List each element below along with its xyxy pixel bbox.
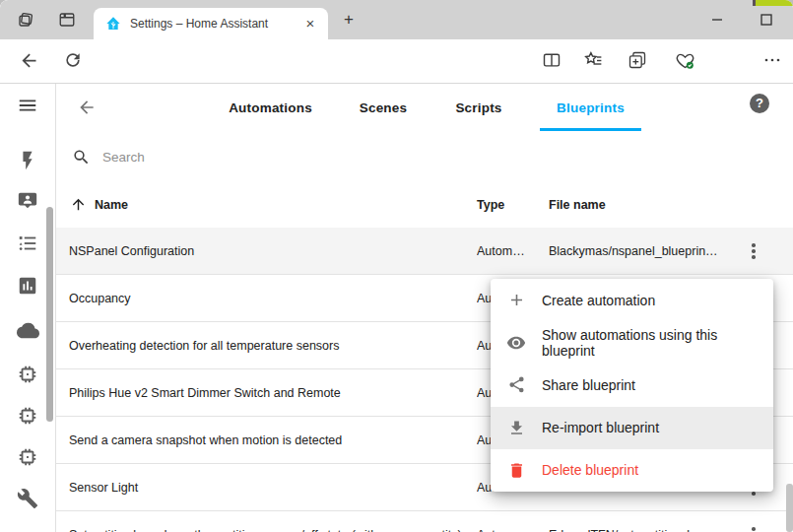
cloud-icon[interactable] (17, 319, 39, 342)
menu-item-create-automation[interactable]: Create automation (491, 279, 773, 321)
row-name: Send a camera snapshot when motion is de… (69, 433, 468, 447)
refresh-icon[interactable] (63, 50, 83, 70)
energy-bolt-icon[interactable] (17, 150, 38, 171)
menu-item-reimport-blueprint[interactable]: Re-import blueprint (491, 407, 773, 449)
menu-item-label: Share blueprint (542, 377, 635, 393)
ha-config-header: Automations Scenes Scripts Blueprints (56, 84, 793, 132)
tab-close-icon[interactable]: × (301, 15, 319, 33)
browser-toolbar: Not secure homeassistant.local :8123/... (0, 39, 793, 84)
row-name: NSPanel Configuration (69, 244, 468, 258)
search-bar (56, 131, 793, 184)
back-icon[interactable] (19, 50, 39, 71)
collections-favorites-icon[interactable] (583, 50, 604, 71)
browser-essentials-icon[interactable] (675, 50, 695, 71)
help-icon[interactable]: ? (750, 94, 769, 113)
plus-icon (506, 291, 526, 309)
row-name: Sensor Light (69, 481, 468, 495)
history-chart-icon[interactable] (17, 275, 38, 297)
tab-blueprints[interactable]: Blueprints (540, 84, 641, 131)
row-type: Autom… (477, 528, 528, 532)
browser-titlebar: Settings – Home Assistant × + (0, 0, 793, 39)
background-window-strip (756, 0, 793, 6)
row-overflow-menu-icon[interactable] (745, 241, 762, 261)
row-overflow-menu-icon[interactable] (745, 525, 762, 532)
sort-ascending-icon[interactable] (70, 196, 87, 213)
menu-item-label: Show automations using this blueprint (542, 327, 773, 359)
menu-item-label: Re-import blueprint (542, 420, 659, 435)
blueprint-context-menu: Create automation Show automations using… (491, 279, 773, 492)
tab-actions-icon[interactable] (58, 11, 76, 29)
eye-icon (506, 333, 526, 353)
row-name: Overheating detection for all temperatur… (69, 339, 468, 353)
menu-hamburger-icon[interactable] (17, 95, 38, 116)
tab-scenes[interactable]: Scenes (354, 84, 413, 131)
tab-scripts[interactable]: Scripts (449, 84, 508, 131)
column-header-type[interactable]: Type (477, 198, 504, 212)
browser-window: Settings – Home Assistant × + Not secure… (0, 0, 793, 532)
add-to-collection-icon[interactable] (628, 50, 647, 70)
row-file: EdwardTFN/set_entities_bas… (549, 528, 751, 532)
row-file: Blackymas/nspanel_blueprin… (549, 244, 751, 258)
tab-title: Settings – Home Assistant (130, 17, 301, 31)
menu-item-label: Delete blueprint (542, 462, 638, 478)
chip-device-icon-3[interactable] (17, 446, 38, 468)
column-header-name[interactable]: Name (95, 198, 128, 212)
menu-item-delete-blueprint[interactable]: Delete blueprint (491, 449, 773, 492)
search-icon (72, 148, 91, 166)
row-name: Set entities based on other entities new… (69, 528, 468, 532)
new-tab-icon[interactable]: + (339, 10, 359, 30)
home-assistant-favicon (105, 16, 121, 32)
chip-device-icon-1[interactable] (17, 364, 38, 385)
download-icon (506, 419, 526, 437)
page-scrollbar-thumb[interactable] (786, 484, 793, 532)
more-options-icon[interactable] (763, 55, 781, 65)
ha-back-icon[interactable] (77, 98, 97, 117)
minimize-icon[interactable] (702, 10, 732, 30)
table-header: Name Type File name (56, 183, 793, 229)
row-name: Occupancy (69, 292, 468, 305)
row-name: Philips Hue v2 Smart Dimmer Switch and R… (69, 386, 468, 400)
tab-automations[interactable]: Automations (214, 84, 327, 131)
todo-list-icon[interactable] (17, 233, 38, 254)
table-row[interactable]: NSPanel Configuration Autom… Blackymas/n… (56, 228, 793, 275)
menu-item-share-blueprint[interactable]: Share blueprint (491, 364, 773, 406)
workspaces-icon[interactable] (17, 11, 34, 29)
content-scrollbar-thumb[interactable] (46, 207, 53, 422)
settings-wrench-icon[interactable] (17, 488, 38, 509)
split-screen-icon[interactable] (542, 50, 562, 70)
menu-item-show-automations[interactable]: Show automations using this blueprint (491, 321, 773, 364)
trash-icon (506, 461, 526, 480)
table-row[interactable]: Set entities based on other entities new… (56, 511, 793, 532)
menu-item-label: Create automation (542, 293, 655, 308)
column-header-file[interactable]: File name (549, 198, 606, 212)
voice-assistant-icon[interactable] (17, 190, 38, 212)
chip-device-icon-2[interactable] (17, 405, 38, 427)
row-type: Autom… (477, 244, 528, 258)
share-icon (506, 375, 526, 394)
maximize-icon[interactable] (752, 10, 781, 30)
search-input[interactable] (100, 149, 695, 166)
browser-tab[interactable]: Settings – Home Assistant × (94, 8, 328, 39)
